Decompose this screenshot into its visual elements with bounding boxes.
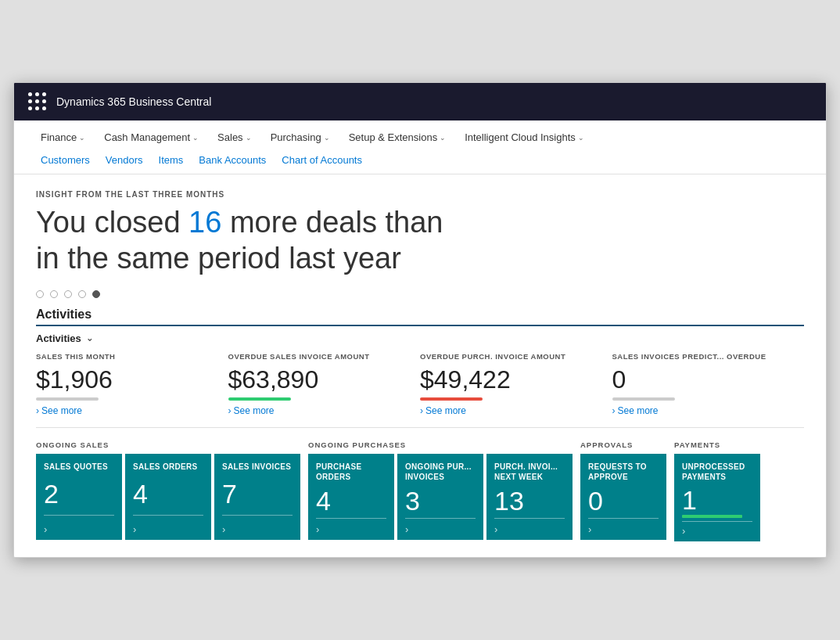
tile-value-sales-invoices: 7 (222, 480, 293, 507)
nav-cash-management[interactable]: Cash Management ⌄ (96, 127, 206, 148)
nav-finance[interactable]: Finance ⌄ (33, 127, 93, 148)
nav-sub-items[interactable]: Items (151, 151, 192, 174)
chevron-right-icon: › (36, 405, 39, 416)
nav-cloud-insights[interactable]: Intelligent Cloud Insights ⌄ (457, 127, 592, 148)
tile-requests-to-approve[interactable]: REQUESTS TO APPROVE 0 › (580, 454, 666, 540)
carousel-dot-3[interactable] (64, 290, 72, 298)
group-tiles-approvals: REQUESTS TO APPROVE 0 › (580, 454, 666, 540)
tile-value-purch-invoi-next-week: 13 (494, 487, 565, 514)
carousel-dot-2[interactable] (50, 290, 58, 298)
group-ongoing-purchases: ONGOING PURCHASES PURCHASE ORDERS 4 › ON… (308, 440, 573, 540)
nav-sub-customers[interactable]: Customers (33, 151, 98, 174)
chevron-right-icon: › (420, 405, 423, 416)
navbar: Finance ⌄ Cash Management ⌄ Sales ⌄ Purc… (14, 120, 826, 174)
tile-value-purchase-orders: 4 (316, 487, 386, 514)
tile-value-requests-to-approve: 0 (588, 487, 659, 514)
group-payments: PAYMENTS UNPROCESSED PAYMENTS 1 › (674, 440, 760, 541)
tile-ongoing-purch-invoices[interactable]: ONGOING PUR... INVOICES 3 › (397, 454, 483, 540)
carousel-dot-1[interactable] (36, 290, 44, 298)
group-tiles-ongoing-purchases: PURCHASE ORDERS 4 › ONGOING PUR... INVOI… (308, 454, 573, 540)
metric-sales-predict: SALES INVOICES PREDICT... OVERDUE 0 › Se… (612, 352, 805, 415)
metric-label-2: OVERDUE PURCH. INVOICE AMOUNT (420, 352, 597, 361)
tile-divider (405, 518, 476, 519)
see-more-3[interactable]: › See more (612, 405, 789, 416)
chevron-right-icon: › (228, 405, 232, 416)
tile-value-sales-quotes: 2 (44, 480, 114, 507)
tile-value-ongoing-purch-invoices: 3 (405, 487, 476, 514)
chevron-right-icon: › (588, 523, 659, 535)
tile-progress-bar (682, 515, 742, 518)
chevron-down-icon: ⌄ (324, 134, 330, 142)
tile-title-sales-quotes: SALES QUOTES (44, 462, 114, 472)
tile-title-purchase-orders: PURCHASE ORDERS (316, 462, 386, 482)
chevron-down-icon: ⌄ (192, 134, 199, 142)
group-tiles-ongoing-sales: SALES QUOTES 2 › SALES ORDERS 4 › (36, 454, 300, 540)
tile-unprocessed-payments[interactable]: UNPROCESSED PAYMENTS 1 › (674, 454, 760, 541)
activities-section: Activities Activities ⌄ SALES THIS MONTH… (36, 307, 804, 427)
tile-title-ongoing-purch-invoices: ONGOING PUR... INVOICES (405, 462, 476, 482)
tile-value-sales-orders: 4 (133, 480, 203, 507)
chevron-right-icon: › (133, 523, 203, 535)
apps-grid-icon[interactable] (28, 92, 47, 111)
see-more-2[interactable]: › See more (420, 405, 597, 416)
group-approvals: APPROVALS REQUESTS TO APPROVE 0 › (580, 440, 666, 540)
see-more-0[interactable]: › See more (36, 405, 213, 416)
tile-divider (588, 518, 659, 519)
nav-setup[interactable]: Setup & Extensions ⌄ (341, 127, 454, 148)
chevron-right-icon: › (612, 405, 616, 416)
activities-bar[interactable]: Activities ⌄ (36, 326, 804, 352)
chevron-down-icon: ⌄ (246, 134, 252, 142)
chevron-down-icon: ⌄ (79, 134, 85, 142)
metric-bar-0 (36, 397, 99, 401)
chevron-right-icon: › (682, 525, 752, 537)
nav-sub-vendors[interactable]: Vendors (98, 151, 151, 174)
group-label-payments: PAYMENTS (674, 440, 760, 449)
tile-divider (133, 515, 203, 516)
see-more-1[interactable]: › See more (228, 405, 405, 416)
tile-sales-orders[interactable]: SALES ORDERS 4 › (125, 454, 211, 540)
nav-sub: Customers Vendors Items Bank Accounts Ch… (33, 148, 807, 174)
tile-title-unprocessed-payments: UNPROCESSED PAYMENTS (682, 462, 752, 482)
insight-number: 16 (188, 206, 221, 239)
carousel-dot-4[interactable] (78, 290, 86, 298)
tile-sales-invoices[interactable]: SALES INVOICES 7 › (214, 454, 300, 540)
tile-purch-invoi-next-week[interactable]: PURCH. INVOI... NEXT WEEK 13 › (486, 454, 573, 540)
chevron-right-icon: › (222, 523, 293, 535)
activities-label: Activities (36, 333, 81, 344)
metric-overdue-sales: OVERDUE SALES INVOICE AMOUNT $63,890 › S… (228, 352, 421, 415)
chevron-right-icon: › (44, 523, 114, 535)
activities-chevron-icon: ⌄ (86, 333, 93, 343)
tile-title-sales-orders: SALES ORDERS (133, 462, 203, 472)
metric-overdue-purch: OVERDUE PURCH. INVOICE AMOUNT $49,422 › … (420, 352, 612, 415)
chevron-down-icon: ⌄ (440, 134, 446, 142)
nav-sub-chart-of-accounts[interactable]: Chart of Accounts (274, 151, 370, 174)
insight-label: INSIGHT FROM THE LAST THREE MONTHS (36, 190, 804, 199)
group-label-ongoing-sales: ONGOING SALES (36, 440, 300, 449)
group-label-ongoing-purchases: ONGOING PURCHASES (308, 440, 573, 449)
nav-purchasing[interactable]: Purchasing ⌄ (263, 127, 338, 148)
metric-value-2: $49,422 (420, 365, 597, 394)
metric-bar-1 (228, 397, 291, 401)
tile-divider (222, 515, 293, 516)
app-title: Dynamics 365 Business Central (56, 95, 211, 108)
tile-divider (316, 518, 386, 519)
nav-sales[interactable]: Sales ⌄ (210, 127, 260, 148)
tiles-section: ONGOING SALES SALES QUOTES 2 › SALES ORD… (36, 440, 804, 541)
insight-heading: You closed 16 more deals than in the sam… (36, 205, 804, 276)
tile-title-sales-invoices: SALES INVOICES (222, 462, 293, 472)
main-content: INSIGHT FROM THE LAST THREE MONTHS You c… (14, 174, 826, 557)
tile-divider (682, 521, 752, 522)
tile-sales-quotes[interactable]: SALES QUOTES 2 › (36, 454, 122, 540)
carousel-dot-5[interactable] (92, 290, 100, 298)
tile-value-unprocessed-payments: 1 (682, 487, 752, 513)
nav-top: Finance ⌄ Cash Management ⌄ Sales ⌄ Purc… (33, 120, 807, 148)
metrics-row: SALES THIS MONTH $1,906 › See more OVERD… (36, 352, 804, 427)
tile-purchase-orders[interactable]: PURCHASE ORDERS 4 › (308, 454, 394, 540)
nav-sub-bank-accounts[interactable]: Bank Accounts (191, 151, 274, 174)
insight-text-before: You closed (36, 206, 188, 239)
chevron-down-icon: ⌄ (578, 134, 584, 142)
insight-section: INSIGHT FROM THE LAST THREE MONTHS You c… (36, 190, 804, 276)
metric-label-0: SALES THIS MONTH (36, 352, 213, 361)
metric-value-0: $1,906 (36, 365, 213, 394)
metric-sales-this-month: SALES THIS MONTH $1,906 › See more (36, 352, 228, 415)
